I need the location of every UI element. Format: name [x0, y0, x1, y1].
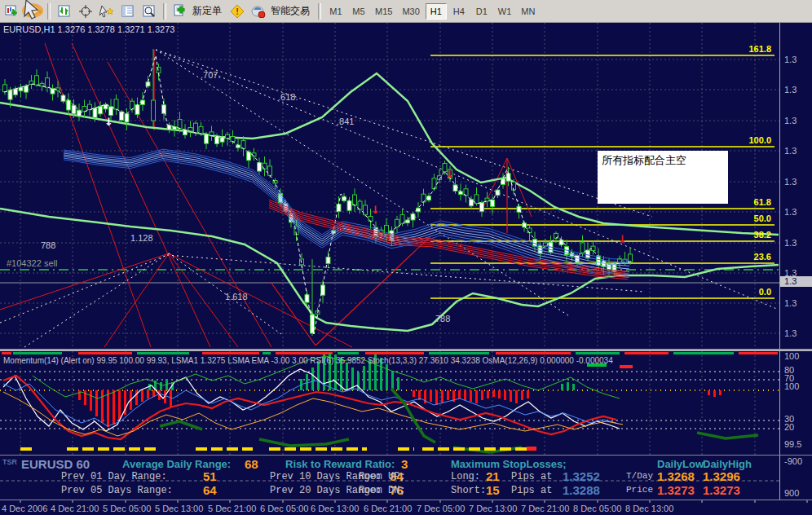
room-up-label: Room UP;	[359, 471, 406, 482]
pips-at-long: Pips at	[511, 471, 552, 482]
new-chart-button[interactable]	[2, 2, 22, 20]
short-pips: 15	[486, 483, 500, 497]
time-tick: 5 Dec 21:00	[208, 504, 256, 513]
ind-tick: 100	[784, 381, 799, 391]
time-tick: 8 Dec 13:00	[625, 504, 673, 513]
crosshair-button[interactable]	[76, 2, 95, 20]
new-chart-icon	[5, 5, 20, 18]
ind-tick: 99.5	[784, 439, 801, 449]
price-tick: 1.3	[784, 146, 797, 156]
crosshair-icon	[79, 5, 92, 18]
time-tick: 7 Dec 13:00	[469, 504, 517, 513]
alerts-button[interactable]: !	[227, 2, 247, 20]
svg-text:↓: ↓	[371, 204, 380, 216]
daily-high-header: DailyHigh	[703, 458, 752, 470]
time-tick: 5 Dec 05:00	[103, 504, 151, 513]
indicator-axis[interactable]: 100 80 70 100 30 20 99.5	[779, 351, 812, 455]
main-chart-row: ↓↓↓↓ EURUSD,H1 1.3276 1.3278 1.3271 1.32…	[0, 23, 812, 349]
profiles-button[interactable]	[24, 2, 43, 20]
svg-text:!: !	[236, 7, 239, 16]
chart-annotation-box[interactable]: 所有指标配合主空	[598, 151, 728, 204]
chart-canvas[interactable]: ↓↓↓↓ EURUSD,H1 1.3276 1.3278 1.3271 1.32…	[0, 23, 779, 349]
time-tick: 4 Dec 2006	[2, 504, 47, 513]
label-1128: 1.128	[130, 233, 153, 243]
history-center-button[interactable]	[139, 2, 159, 20]
symbol-title: EURUSD 60	[21, 457, 90, 471]
indicator-status-line: Momentum(14) (Alert on) 99.95 100.00 99.…	[3, 356, 613, 365]
indicator-row: Momentum(14) (Alert on) 99.95 100.00 99.…	[0, 351, 812, 455]
expert-advisors-button[interactable]	[249, 2, 268, 20]
svg-text:↓: ↓	[445, 168, 454, 180]
new-order-icon	[173, 4, 188, 18]
price-tick: 1.3	[784, 298, 797, 308]
time-tick: 8 Dec 05:00	[573, 504, 621, 513]
daily-low-header: DailyLow	[657, 458, 704, 470]
long-price: 1.3252	[563, 469, 600, 483]
fib-38-2: 38.2	[729, 230, 771, 240]
room-dn-label: Room DN;	[359, 485, 406, 496]
tday-label: T/Day	[626, 471, 653, 481]
price-tick: 1.3	[784, 238, 797, 248]
autoscroll-button[interactable]	[55, 2, 74, 20]
price-tick: 1.3	[784, 85, 797, 95]
rr-label: Risk to Reward Ratio:	[285, 458, 395, 470]
new-order-label[interactable]: 新定单	[192, 4, 222, 18]
prev01-label: Prev 01 Day Range:	[61, 471, 167, 482]
data-window-icon	[121, 5, 135, 18]
fib-61-8: 61.8	[729, 197, 771, 207]
price-tick: 1.3	[784, 177, 797, 187]
timeframe-mn[interactable]: MN	[517, 3, 539, 20]
expert-advisors-label[interactable]: 智能交易	[271, 4, 310, 18]
ind-tick: 20	[784, 422, 794, 432]
toolbar: 新定单 ! 智能交易 M1 M5 M15 M30 H1 H4 D1 W1 MN	[0, 0, 812, 23]
timeframe-d1[interactable]: D1	[471, 3, 492, 20]
fib-0-0: 0.0	[729, 287, 771, 297]
short-label: Short:	[451, 485, 486, 496]
label-788-left: 788	[41, 240, 55, 250]
current-price-box: 1.3	[780, 276, 812, 287]
timeframe-h4[interactable]: H4	[448, 3, 470, 20]
price-tick: 1.3	[784, 116, 797, 125]
toolbar-separator	[318, 3, 321, 20]
warning-diamond-icon: !	[230, 4, 245, 19]
price-axis[interactable]: 1.3 1.3 1.3 1.3 1.3 1.3 1.3 1.3 1.3 1.3 …	[779, 23, 812, 349]
autoscroll-icon	[58, 5, 71, 18]
fib-161-8: 161.8	[729, 44, 771, 54]
adr-label: Average Daily Range:	[122, 458, 231, 470]
expert-advisor-icon	[251, 5, 266, 18]
fib-100-0: 100.0	[729, 135, 771, 145]
time-tick: 7 Dec 05:00	[417, 504, 465, 513]
timeframe-m1[interactable]: M1	[325, 3, 346, 20]
adr-value: 68	[245, 457, 258, 471]
time-tick: 6 Dec 21:00	[364, 504, 412, 513]
long-label: Long:	[451, 471, 480, 482]
fib-50-0: 50.0	[729, 213, 771, 223]
tday-high: 1.3296	[703, 469, 740, 483]
prev05-value: 64	[203, 483, 217, 497]
data-window-button[interactable]	[118, 2, 138, 20]
timeframe-h1[interactable]: H1	[426, 3, 447, 20]
time-tick: 6 Dec 13:00	[311, 504, 359, 513]
svg-text:↓: ↓	[104, 116, 113, 128]
price-tick: 1.3	[784, 207, 797, 217]
timeframe-m15[interactable]: M15	[371, 3, 396, 20]
time-tick: 7 Dec 21:00	[521, 504, 569, 513]
timeframe-w1[interactable]: W1	[494, 3, 516, 20]
label-1618: 1.618	[225, 292, 248, 302]
info-axis-bottom: 900	[784, 488, 799, 498]
indicator-canvas[interactable]: Momentum(14) (Alert on) 99.95 100.00 99.…	[0, 351, 779, 455]
fib-23-6: 23.6	[729, 252, 771, 262]
timeframe-m30[interactable]: M30	[398, 3, 423, 20]
fan-label-841: .841	[337, 117, 354, 126]
time-tick: 4 Dec 21:00	[51, 504, 99, 513]
time-tick: 5 Dec 13:00	[155, 504, 203, 513]
time-axis[interactable]: 4 Dec 2006 4 Dec 21:00 5 Dec 05:00 5 Dec…	[0, 500, 812, 515]
timeframe-m5[interactable]: M5	[348, 3, 369, 20]
label-788-right: 788	[435, 314, 450, 324]
tsr-label: TSR	[2, 458, 17, 466]
cursor-star-button[interactable]	[97, 2, 117, 20]
new-order-button[interactable]	[170, 2, 190, 20]
info-panel-row: TSR EURUSD 60 Average Daily Range: 68 Ri…	[0, 455, 812, 500]
pips-at-short: Pips at	[511, 485, 552, 496]
open-position-label: #104322 sell	[7, 258, 57, 268]
